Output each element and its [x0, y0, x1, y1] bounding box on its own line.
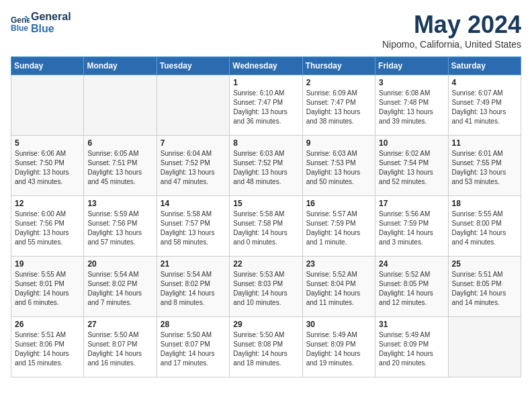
- calendar-header: SundayMondayTuesdayWednesdayThursdayFrid…: [11, 57, 521, 75]
- day-number: 2: [306, 78, 371, 87]
- day-info: Sunrise: 5:57 AM Sunset: 7:59 PM Dayligh…: [306, 210, 371, 247]
- calendar-cell: 16Sunrise: 5:57 AM Sunset: 7:59 PM Dayli…: [302, 196, 375, 257]
- calendar-cell: 21Sunrise: 5:54 AM Sunset: 8:02 PM Dayli…: [157, 257, 229, 317]
- calendar-cell: 19Sunrise: 5:55 AM Sunset: 8:01 PM Dayli…: [11, 257, 84, 317]
- calendar-cell: 15Sunrise: 5:58 AM Sunset: 7:58 PM Dayli…: [230, 196, 302, 257]
- day-number: 13: [87, 199, 152, 208]
- day-number: 24: [379, 259, 444, 269]
- day-number: 5: [15, 138, 80, 148]
- day-number: 29: [233, 320, 298, 329]
- calendar-cell: 18Sunrise: 5:55 AM Sunset: 8:00 PM Dayli…: [448, 196, 521, 257]
- day-number: 30: [306, 320, 371, 329]
- weekday-header-tuesday: Tuesday: [157, 57, 229, 75]
- calendar-cell: [448, 317, 521, 377]
- calendar-week-2: 5Sunrise: 6:06 AM Sunset: 7:50 PM Daylig…: [11, 136, 521, 196]
- day-number: 20: [87, 259, 152, 269]
- day-info: Sunrise: 6:06 AM Sunset: 7:50 PM Dayligh…: [15, 149, 80, 187]
- calendar-cell: 17Sunrise: 5:56 AM Sunset: 7:59 PM Dayli…: [375, 196, 448, 257]
- day-info: Sunrise: 6:02 AM Sunset: 7:54 PM Dayligh…: [379, 149, 444, 187]
- day-number: 11: [452, 138, 517, 148]
- day-number: 27: [87, 320, 152, 329]
- calendar-cell: 4Sunrise: 6:07 AM Sunset: 7:49 PM Daylig…: [448, 75, 521, 136]
- calendar-cell: 13Sunrise: 5:59 AM Sunset: 7:56 PM Dayli…: [84, 196, 157, 257]
- weekday-header-row: SundayMondayTuesdayWednesdayThursdayFrid…: [11, 57, 521, 75]
- day-number: 22: [233, 259, 298, 269]
- day-number: 6: [87, 138, 152, 148]
- calendar-cell: 20Sunrise: 5:54 AM Sunset: 8:02 PM Dayli…: [84, 257, 157, 317]
- weekday-header-thursday: Thursday: [302, 57, 375, 75]
- calendar-cell: [84, 75, 157, 136]
- day-info: Sunrise: 6:05 AM Sunset: 7:51 PM Dayligh…: [87, 149, 152, 187]
- day-info: Sunrise: 5:58 AM Sunset: 7:58 PM Dayligh…: [233, 210, 298, 247]
- calendar-cell: 6Sunrise: 6:05 AM Sunset: 7:51 PM Daylig…: [84, 136, 157, 196]
- calendar-week-4: 19Sunrise: 5:55 AM Sunset: 8:01 PM Dayli…: [11, 257, 521, 317]
- calendar-cell: 5Sunrise: 6:06 AM Sunset: 7:50 PM Daylig…: [11, 136, 84, 196]
- calendar-cell: 14Sunrise: 5:58 AM Sunset: 7:57 PM Dayli…: [157, 196, 229, 257]
- calendar-cell: [157, 75, 229, 136]
- day-info: Sunrise: 5:53 AM Sunset: 8:03 PM Dayligh…: [233, 270, 298, 308]
- weekday-header-monday: Monday: [84, 57, 157, 75]
- calendar-cell: 23Sunrise: 5:52 AM Sunset: 8:04 PM Dayli…: [302, 257, 375, 317]
- day-info: Sunrise: 5:49 AM Sunset: 8:09 PM Dayligh…: [379, 330, 444, 368]
- calendar-week-3: 12Sunrise: 6:00 AM Sunset: 7:56 PM Dayli…: [11, 196, 521, 257]
- day-number: 14: [161, 199, 226, 208]
- day-info: Sunrise: 5:56 AM Sunset: 7:59 PM Dayligh…: [379, 210, 444, 247]
- day-info: Sunrise: 6:08 AM Sunset: 7:48 PM Dayligh…: [379, 89, 444, 126]
- day-info: Sunrise: 5:55 AM Sunset: 8:00 PM Dayligh…: [452, 210, 517, 247]
- calendar-cell: 29Sunrise: 5:50 AM Sunset: 8:08 PM Dayli…: [230, 317, 302, 377]
- logo-general: General: [31, 11, 71, 23]
- calendar-cell: 9Sunrise: 6:03 AM Sunset: 7:53 PM Daylig…: [302, 136, 375, 196]
- day-number: 1: [233, 78, 298, 87]
- calendar-cell: 24Sunrise: 5:52 AM Sunset: 8:05 PM Dayli…: [375, 257, 448, 317]
- day-number: 21: [161, 259, 226, 269]
- day-info: Sunrise: 5:59 AM Sunset: 7:56 PM Dayligh…: [87, 210, 152, 247]
- calendar-body: 1Sunrise: 6:10 AM Sunset: 7:47 PM Daylig…: [11, 75, 521, 377]
- day-info: Sunrise: 6:03 AM Sunset: 7:53 PM Dayligh…: [306, 149, 371, 187]
- day-number: 17: [379, 199, 444, 208]
- day-info: Sunrise: 5:54 AM Sunset: 8:02 PM Dayligh…: [161, 270, 226, 308]
- calendar-week-5: 26Sunrise: 5:51 AM Sunset: 8:06 PM Dayli…: [11, 317, 521, 377]
- calendar-cell: 3Sunrise: 6:08 AM Sunset: 7:48 PM Daylig…: [375, 75, 448, 136]
- day-info: Sunrise: 5:55 AM Sunset: 8:01 PM Dayligh…: [15, 270, 80, 308]
- day-number: 19: [15, 259, 80, 269]
- calendar-table: SundayMondayTuesdayWednesdayThursdayFrid…: [11, 56, 521, 377]
- calendar-cell: 10Sunrise: 6:02 AM Sunset: 7:54 PM Dayli…: [375, 136, 448, 196]
- day-number: 15: [233, 199, 298, 208]
- day-info: Sunrise: 5:52 AM Sunset: 8:05 PM Dayligh…: [379, 270, 444, 308]
- day-info: Sunrise: 6:07 AM Sunset: 7:49 PM Dayligh…: [452, 89, 517, 126]
- logo-icon: General Blue: [11, 13, 30, 32]
- day-number: 3: [379, 78, 444, 87]
- day-info: Sunrise: 5:58 AM Sunset: 7:57 PM Dayligh…: [161, 210, 226, 247]
- day-info: Sunrise: 5:51 AM Sunset: 8:06 PM Dayligh…: [15, 330, 80, 368]
- calendar-cell: 26Sunrise: 5:51 AM Sunset: 8:06 PM Dayli…: [11, 317, 84, 377]
- logo: General Blue General Blue: [11, 11, 71, 36]
- svg-text:Blue: Blue: [11, 24, 28, 32]
- day-number: 16: [306, 199, 371, 208]
- day-info: Sunrise: 5:49 AM Sunset: 8:09 PM Dayligh…: [306, 330, 371, 368]
- calendar-cell: 31Sunrise: 5:49 AM Sunset: 8:09 PM Dayli…: [375, 317, 448, 377]
- day-number: 23: [306, 259, 371, 269]
- day-number: 10: [379, 138, 444, 148]
- calendar-cell: 2Sunrise: 6:09 AM Sunset: 7:47 PM Daylig…: [302, 75, 375, 136]
- location: Nipomo, California, United States: [382, 39, 521, 50]
- day-number: 12: [15, 199, 80, 208]
- calendar-week-1: 1Sunrise: 6:10 AM Sunset: 7:47 PM Daylig…: [11, 75, 521, 136]
- calendar-cell: 1Sunrise: 6:10 AM Sunset: 7:47 PM Daylig…: [230, 75, 302, 136]
- day-info: Sunrise: 6:10 AM Sunset: 7:47 PM Dayligh…: [233, 89, 298, 126]
- page-header: General Blue General Blue May 2024 Nipom…: [11, 11, 521, 50]
- weekday-header-sunday: Sunday: [11, 57, 84, 75]
- calendar-cell: 12Sunrise: 6:00 AM Sunset: 7:56 PM Dayli…: [11, 196, 84, 257]
- day-number: 9: [306, 138, 371, 148]
- calendar-cell: 25Sunrise: 5:51 AM Sunset: 8:05 PM Dayli…: [448, 257, 521, 317]
- day-number: 25: [452, 259, 517, 269]
- day-info: Sunrise: 5:50 AM Sunset: 8:07 PM Dayligh…: [87, 330, 152, 368]
- day-number: 26: [15, 320, 80, 329]
- day-number: 18: [452, 199, 517, 208]
- day-info: Sunrise: 6:09 AM Sunset: 7:47 PM Dayligh…: [306, 89, 371, 126]
- day-info: Sunrise: 5:50 AM Sunset: 8:07 PM Dayligh…: [161, 330, 226, 368]
- calendar-cell: 22Sunrise: 5:53 AM Sunset: 8:03 PM Dayli…: [230, 257, 302, 317]
- day-info: Sunrise: 6:01 AM Sunset: 7:55 PM Dayligh…: [452, 149, 517, 187]
- month-title: May 2024: [382, 11, 521, 39]
- day-info: Sunrise: 5:54 AM Sunset: 8:02 PM Dayligh…: [87, 270, 152, 308]
- day-info: Sunrise: 5:52 AM Sunset: 8:04 PM Dayligh…: [306, 270, 371, 308]
